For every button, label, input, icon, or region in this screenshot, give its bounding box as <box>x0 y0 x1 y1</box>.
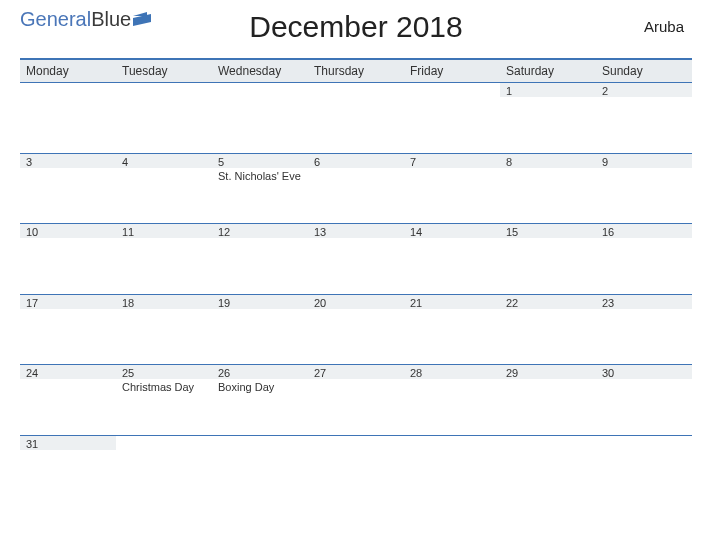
day-header: Thursday <box>308 59 404 83</box>
day-number-cell: 12 <box>212 224 308 239</box>
day-number-cell: 27 <box>308 365 404 380</box>
day-event-cell <box>500 238 596 294</box>
day-event-cell <box>116 97 212 153</box>
day-header-row: Monday Tuesday Wednesday Thursday Friday… <box>20 59 692 83</box>
day-number-cell: 25 <box>116 365 212 380</box>
day-header: Saturday <box>500 59 596 83</box>
page-title: December 2018 <box>0 10 712 44</box>
day-number-cell <box>596 435 692 450</box>
day-number-cell: 11 <box>116 224 212 239</box>
day-number-cell: 29 <box>500 365 596 380</box>
day-number-cell: 18 <box>116 294 212 309</box>
day-number-cell <box>308 83 404 98</box>
day-number-cell: 4 <box>116 153 212 168</box>
day-event-cell <box>596 379 692 435</box>
day-event-cell <box>116 168 212 224</box>
week-number-row: 17181920212223 <box>20 294 692 309</box>
day-event-cell <box>116 450 212 510</box>
day-number-cell: 6 <box>308 153 404 168</box>
day-number-cell <box>500 435 596 450</box>
week-event-row <box>20 309 692 365</box>
day-number-cell: 1 <box>500 83 596 98</box>
week-number-row: 10111213141516 <box>20 224 692 239</box>
day-header: Sunday <box>596 59 692 83</box>
day-event-cell <box>20 97 116 153</box>
week-number-row: 31 <box>20 435 692 450</box>
week-event-row: St. Nicholas' Eve <box>20 168 692 224</box>
day-event-cell <box>212 97 308 153</box>
day-event-cell <box>20 309 116 365</box>
day-number-cell: 31 <box>20 435 116 450</box>
day-number-cell: 7 <box>404 153 500 168</box>
week-event-row <box>20 238 692 294</box>
day-event-cell <box>20 450 116 510</box>
week-event-row <box>20 97 692 153</box>
day-number-cell: 26 <box>212 365 308 380</box>
day-number-cell: 22 <box>500 294 596 309</box>
day-number-cell: 2 <box>596 83 692 98</box>
week-number-row: 3456789 <box>20 153 692 168</box>
day-number-cell <box>20 83 116 98</box>
day-number-cell: 23 <box>596 294 692 309</box>
day-event-cell <box>404 168 500 224</box>
day-event-cell <box>308 450 404 510</box>
day-event-cell <box>308 97 404 153</box>
day-event-cell <box>308 309 404 365</box>
day-number-cell: 19 <box>212 294 308 309</box>
day-event-cell <box>308 379 404 435</box>
day-event-cell <box>500 97 596 153</box>
day-event-cell <box>500 168 596 224</box>
day-number-cell: 30 <box>596 365 692 380</box>
week-number-row: 12 <box>20 83 692 98</box>
day-number-cell: 3 <box>20 153 116 168</box>
day-number-cell <box>308 435 404 450</box>
day-number-cell: 8 <box>500 153 596 168</box>
day-event-cell <box>116 309 212 365</box>
day-number-cell: 15 <box>500 224 596 239</box>
day-event-cell <box>20 238 116 294</box>
day-event-cell: Christmas Day <box>116 379 212 435</box>
calendar-grid: Monday Tuesday Wednesday Thursday Friday… <box>20 58 692 510</box>
day-number-cell: 16 <box>596 224 692 239</box>
week-event-row <box>20 450 692 510</box>
day-header: Tuesday <box>116 59 212 83</box>
day-event-cell <box>404 97 500 153</box>
day-event-cell <box>404 309 500 365</box>
day-number-cell: 24 <box>20 365 116 380</box>
day-event-cell <box>308 168 404 224</box>
day-number-cell: 10 <box>20 224 116 239</box>
header: GeneralBlue December 2018 Aruba <box>0 0 712 58</box>
day-number-cell: 28 <box>404 365 500 380</box>
day-number-cell: 14 <box>404 224 500 239</box>
day-number-cell <box>116 83 212 98</box>
day-event-cell <box>596 168 692 224</box>
day-number-cell <box>404 435 500 450</box>
day-number-cell <box>212 83 308 98</box>
day-event-cell <box>212 309 308 365</box>
day-event-cell: St. Nicholas' Eve <box>212 168 308 224</box>
day-header: Monday <box>20 59 116 83</box>
day-event-cell <box>500 450 596 510</box>
day-number-cell: 20 <box>308 294 404 309</box>
day-header: Wednesday <box>212 59 308 83</box>
day-number-cell: 21 <box>404 294 500 309</box>
day-event-cell <box>404 379 500 435</box>
day-number-cell <box>116 435 212 450</box>
day-event-cell <box>596 238 692 294</box>
day-event-cell <box>596 97 692 153</box>
day-number-cell: 13 <box>308 224 404 239</box>
day-event-cell <box>20 168 116 224</box>
day-number-cell: 17 <box>20 294 116 309</box>
day-event-cell <box>212 450 308 510</box>
day-event-cell <box>404 450 500 510</box>
day-event-cell <box>20 379 116 435</box>
region-label: Aruba <box>644 18 684 35</box>
day-number-cell: 9 <box>596 153 692 168</box>
day-event-cell <box>596 309 692 365</box>
day-event-cell <box>500 309 596 365</box>
day-event-cell <box>308 238 404 294</box>
day-event-cell: Boxing Day <box>212 379 308 435</box>
week-number-row: 24252627282930 <box>20 365 692 380</box>
day-event-cell <box>500 379 596 435</box>
day-event-cell <box>116 238 212 294</box>
